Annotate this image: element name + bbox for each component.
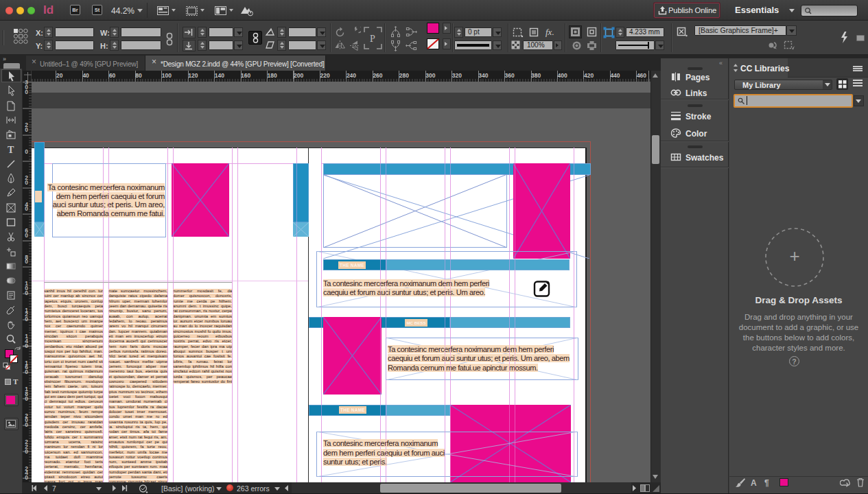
svg-text:T: T (8, 145, 14, 155)
svg-text:P: P (370, 34, 375, 44)
